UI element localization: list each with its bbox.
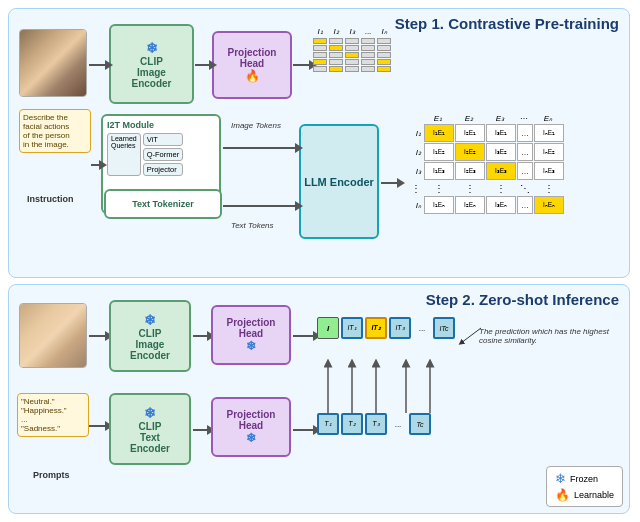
i2t-label: I2T Module (107, 120, 215, 130)
prompt-box: "Neutral." "Happiness." ... "Sadness." (17, 393, 89, 437)
annotation-arrow (453, 323, 483, 353)
llm-encoder-label: LLM Encoder (304, 176, 374, 188)
IT3-token: IT₃ (389, 317, 411, 339)
dots-token-img: ... (413, 317, 431, 339)
arrow-inst-to-i2t (91, 164, 101, 166)
proj-head-step1-top: Projection Head 🔥 (212, 31, 292, 99)
dots-token-txt: ... (389, 413, 407, 435)
proj-head-img-step2: Projection Head ❄ (211, 305, 291, 365)
fire-icon: 🔥 (245, 69, 260, 83)
legend-box: ❄ Frozen 🔥 Learnable (546, 466, 623, 507)
text-tokenizer: Text Tokenizer (104, 189, 222, 219)
svg-line-5 (461, 328, 481, 343)
arrow-proj-txt-to-tokens (293, 429, 315, 431)
proj-head-img-label: Projection Head (227, 317, 276, 339)
face-image-step2 (19, 303, 87, 368)
snowflake-clip2: ❄ (144, 312, 156, 328)
arrow-clip2-to-proj2 (193, 335, 209, 337)
step1-section: Step 1. Contrastive Pre-training Describ… (8, 8, 630, 278)
clip-image-encoder-step2-label: CLIP Image Encoder (130, 328, 170, 361)
instruction-box: Describe the facial actions of the perso… (19, 109, 91, 153)
instruction-label: Instruction (27, 194, 74, 204)
instruction-text: Describe the facial actions of the perso… (23, 113, 70, 149)
token-row-image: I IT₁ IT₂ IT₃ ... ITc (317, 317, 455, 339)
llm-encoder: LLM Encoder (299, 124, 379, 239)
step1-title: Step 1. Contrastive Pre-training (395, 15, 619, 32)
learned-queries: LearnedQueries (107, 133, 141, 176)
vector-bars-step1: I₁ I₂ I₃ ... (313, 27, 391, 72)
arrow-face-to-clip (89, 64, 107, 66)
proj-head-label-top: Projection Head (228, 47, 277, 69)
arrow-prompt-to-clip-text (89, 425, 107, 427)
arrow-clip-text-to-proj (193, 429, 209, 431)
projector-box: Projector (143, 163, 184, 176)
prompts-label: Prompts (33, 470, 70, 480)
frozen-label: Frozen (570, 474, 598, 484)
face-image-top (19, 29, 87, 97)
clip-image-encoder-label: CLIP Image Encoder (131, 56, 171, 89)
qformer-box: Q-Former (143, 148, 184, 161)
step2-title: Step 2. Zero-shot Inference (426, 291, 619, 308)
snowflake-clip-text: ❄ (144, 405, 156, 421)
snowflake-proj-txt: ❄ (246, 431, 256, 445)
arrow-proj-img-to-tokens (293, 335, 315, 337)
token-row-text: T₁ T₂ T₃ ... Tc (317, 413, 431, 435)
T3-token: T₃ (365, 413, 387, 435)
IT1-token: IT₁ (341, 317, 363, 339)
clip-image-encoder-step1: ❄ CLIP Image Encoder (109, 24, 194, 104)
ITC-token: ITc (433, 317, 455, 339)
cosine-arrows (317, 357, 477, 415)
legend-snowflake: ❄ (555, 471, 566, 486)
snowflake-clip1: ❄ (146, 40, 158, 56)
T1-token: T₁ (317, 413, 339, 435)
clip-text-encoder-step2: ❄ CLIP Text Encoder (109, 393, 191, 465)
step2-section: Step 2. Zero-shot Inference "Neutral." "… (8, 284, 630, 514)
prompt-text: "Neutral." "Happiness." ... "Sadness." (21, 397, 67, 433)
arrow-llm-to-matrix (381, 182, 399, 184)
I-token: I (317, 317, 339, 339)
proj-head-txt-step2: Projection Head ❄ (211, 397, 291, 457)
annotation-text: The prediction which has the highest cos… (479, 327, 609, 345)
image-tokens-label: Image Tokens (231, 121, 281, 130)
snowflake-proj-img: ❄ (246, 339, 256, 353)
IT2-token: IT₂ (365, 317, 387, 339)
legend-fire: 🔥 (555, 488, 570, 502)
arrow-tokenizer-to-llm (223, 205, 297, 207)
TC-token: Tc (409, 413, 431, 435)
clip-image-encoder-step2: ❄ CLIP Image Encoder (109, 300, 191, 372)
learnable-label: Learnable (574, 490, 614, 500)
text-tokens-label: Text Tokens (231, 221, 274, 230)
arrow-clip-to-proj (195, 64, 211, 66)
T2-token: T₂ (341, 413, 363, 435)
arrow-proj-to-matrix (293, 64, 311, 66)
proj-head-txt-label: Projection Head (227, 409, 276, 431)
similarity-matrix-step1: E₁ E₂ E₃ ⋯ Eₙ I₁ I₁E₁ I₂E₁ I₃E₁ … IₙE₁ I… (401, 114, 564, 214)
clip-text-encoder-label: CLIP Text Encoder (130, 421, 170, 454)
arrow-i2t-to-llm (223, 147, 297, 149)
arrow-face-to-clip2 (89, 335, 107, 337)
vit-box: ViT (143, 133, 184, 146)
